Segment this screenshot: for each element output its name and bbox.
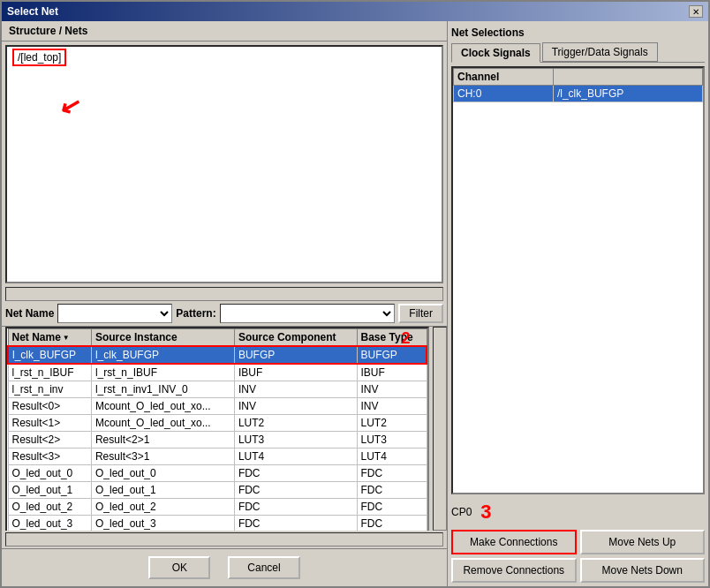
filter-button[interactable]: Filter — [398, 304, 443, 323]
cell-source_instance-9[interactable]: O_led_out_2 — [91, 499, 234, 516]
tree-item-label: /[led_top] — [12, 49, 66, 66]
cell-source_component-7[interactable]: FDC — [234, 465, 357, 482]
cell-base_type-8[interactable]: FDC — [357, 482, 427, 499]
cell-source_instance-3[interactable]: Mcount_O_led_out_xo... — [91, 398, 234, 415]
table-row[interactable]: l_rst_n_invl_rst_n_inv1_INV_0INVINV — [8, 381, 427, 398]
cell-net_name-4[interactable]: Result<1> — [8, 415, 91, 432]
net-selections-table: Channel CH:0/l_clk_BUFGP — [453, 68, 703, 102]
table-relative: Net Name ▼ Source Instance Source Compon… — [2, 327, 433, 531]
col-channel: Channel — [454, 69, 554, 86]
table-row[interactable]: l_rst_n_IBUFl_rst_n_IBUFIBUFIBUF — [8, 364, 427, 381]
cell-source_instance-6[interactable]: Result<3>1 — [91, 449, 234, 465]
net-table-area[interactable]: Net Name ▼ Source Instance Source Compon… — [5, 327, 429, 531]
cell-base_type-2[interactable]: INV — [357, 381, 427, 398]
cell-base_type-3[interactable]: INV — [357, 398, 427, 415]
cell-net_name-6[interactable]: Result<3> — [8, 449, 91, 465]
cp0-label: CP0 — [451, 506, 472, 518]
select-net-window: Select Net ✕ Structure / Nets /[led_top]… — [0, 0, 710, 588]
cell-net_name-5[interactable]: Result<2> — [8, 432, 91, 449]
annotation-num-3: 3 — [480, 501, 491, 524]
bottom-buttons: OK Cancel — [2, 548, 447, 586]
sort-arrow: ▼ — [63, 334, 70, 342]
ns-channel-0: CH:0 — [454, 86, 554, 102]
net-selections-table-area[interactable]: Channel CH:0/l_clk_BUFGP — [451, 66, 705, 494]
cell-source_component-2[interactable]: INV — [234, 381, 357, 398]
close-button[interactable]: ✕ — [689, 5, 703, 18]
cancel-button[interactable]: Cancel — [228, 556, 299, 579]
title-bar: Select Net ✕ — [2, 2, 708, 21]
table-row[interactable]: O_led_out_3O_led_out_3FDCFDC — [8, 516, 427, 531]
cell-source_instance-8[interactable]: O_led_out_1 — [91, 482, 234, 499]
cell-net_name-0[interactable]: l_clk_BUFGP — [8, 346, 91, 364]
net-data-table: Net Name ▼ Source Instance Source Compon… — [7, 328, 427, 531]
tree-area[interactable]: /[led_top] ↙ — [5, 45, 443, 283]
cell-base_type-4[interactable]: LUT2 — [357, 415, 427, 432]
cell-base_type-0[interactable]: BUFGP — [357, 346, 427, 364]
cell-source_component-4[interactable]: LUT2 — [234, 415, 357, 432]
filter-bar: Net Name Pattern: Filter — [2, 301, 447, 327]
table-row[interactable]: O_led_out_0O_led_out_0FDCFDC — [8, 465, 427, 482]
table-row[interactable]: Result<2>Result<2>1LUT3LUT3 — [8, 432, 427, 449]
cell-base_type-7[interactable]: FDC — [357, 465, 427, 482]
col-source-instance: Source Instance — [91, 329, 234, 347]
col-source-component: Source Component — [234, 329, 357, 347]
make-connections-button[interactable]: Make Connections — [451, 530, 577, 554]
tab-clock-signals[interactable]: Clock Signals — [451, 43, 540, 63]
cell-net_name-10[interactable]: O_led_out_3 — [8, 516, 91, 531]
cell-net_name-7[interactable]: O_led_out_0 — [8, 465, 91, 482]
cell-net_name-9[interactable]: O_led_out_2 — [8, 499, 91, 516]
cell-source_component-8[interactable]: FDC — [234, 482, 357, 499]
net-selection-row[interactable]: CH:0/l_clk_BUFGP — [454, 86, 703, 102]
cell-source_component-9[interactable]: FDC — [234, 499, 357, 516]
cell-source_component-5[interactable]: LUT3 — [234, 432, 357, 449]
cell-source_component-0[interactable]: BUFGP — [234, 346, 357, 364]
move-nets-down-button[interactable]: Move Nets Down — [580, 558, 706, 583]
tab-trigger-data-signals[interactable]: Trigger/Data Signals — [542, 42, 658, 62]
table-row[interactable]: Result<0>Mcount_O_led_out_xo...INVINV — [8, 398, 427, 415]
cell-net_name-2[interactable]: l_rst_n_inv — [8, 381, 91, 398]
cell-source_instance-5[interactable]: Result<2>1 — [91, 432, 234, 449]
move-nets-up-button[interactable]: Move Nets Up — [580, 530, 706, 554]
cell-source_instance-7[interactable]: O_led_out_0 — [91, 465, 234, 482]
cell-base_type-1[interactable]: IBUF — [357, 364, 427, 381]
table-row[interactable]: O_led_out_2O_led_out_2FDCFDC — [8, 499, 427, 516]
window-title: Select Net — [7, 5, 58, 18]
net-name-dropdown[interactable] — [57, 304, 172, 323]
cell-source_instance-4[interactable]: Mcount_O_led_out_xo... — [91, 415, 234, 432]
cell-base_type-5[interactable]: LUT3 — [357, 432, 427, 449]
cell-source_component-3[interactable]: INV — [234, 398, 357, 415]
cell-net_name-1[interactable]: l_rst_n_IBUF — [8, 364, 91, 381]
table-row[interactable]: Result<3>Result<3>1LUT4LUT4 — [8, 449, 427, 465]
cell-source_component-6[interactable]: LUT4 — [234, 449, 357, 465]
table-row[interactable]: O_led_out_1O_led_out_1FDCFDC — [8, 482, 427, 499]
tree-scroll-h[interactable] — [5, 287, 443, 301]
col-base-type: Base Type 2 — [357, 329, 427, 347]
table-row[interactable]: Result<1>Mcount_O_led_out_xo...LUT2LUT2 — [8, 415, 427, 432]
table-row[interactable]: l_clk_BUFGPl_clk_BUFGPBUFGPBUFGP — [8, 346, 427, 364]
col-net — [553, 69, 702, 86]
cell-base_type-9[interactable]: FDC — [357, 499, 427, 516]
cell-source_instance-2[interactable]: l_rst_n_inv1_INV_0 — [91, 381, 234, 398]
table-scroll-h[interactable] — [5, 532, 443, 547]
action-buttons: Make Connections Move Nets Up Remove Con… — [451, 530, 705, 583]
remove-connections-button[interactable]: Remove Connections — [451, 558, 577, 583]
main-content: Structure / Nets /[led_top] ↙ Net Name P… — [2, 21, 708, 586]
right-panel: Net Selections Clock Signals Trigger/Dat… — [448, 21, 708, 586]
cell-source_instance-0[interactable]: l_clk_BUFGP — [91, 346, 234, 364]
cell-base_type-6[interactable]: LUT4 — [357, 449, 427, 465]
cell-base_type-10[interactable]: FDC — [357, 516, 427, 531]
cell-source_component-10[interactable]: FDC — [234, 516, 357, 531]
cp0-area: CP0 3 — [451, 498, 705, 526]
table-wrapper: Net Name ▼ Source Instance Source Compon… — [2, 327, 447, 531]
cell-net_name-8[interactable]: O_led_out_1 — [8, 482, 91, 499]
signal-tabs: Clock Signals Trigger/Data Signals — [451, 42, 705, 63]
net-name-filter-label: Net Name — [5, 307, 54, 320]
cell-source_component-1[interactable]: IBUF — [234, 364, 357, 381]
table-scroll-v[interactable] — [433, 327, 447, 531]
cell-net_name-3[interactable]: Result<0> — [8, 398, 91, 415]
cell-source_instance-1[interactable]: l_rst_n_IBUF — [91, 364, 234, 381]
ok-button[interactable]: OK — [148, 556, 210, 579]
tree-item-led-top[interactable]: /[led_top] — [7, 47, 442, 68]
cell-source_instance-10[interactable]: O_led_out_3 — [91, 516, 234, 531]
pattern-input[interactable] — [220, 304, 396, 323]
